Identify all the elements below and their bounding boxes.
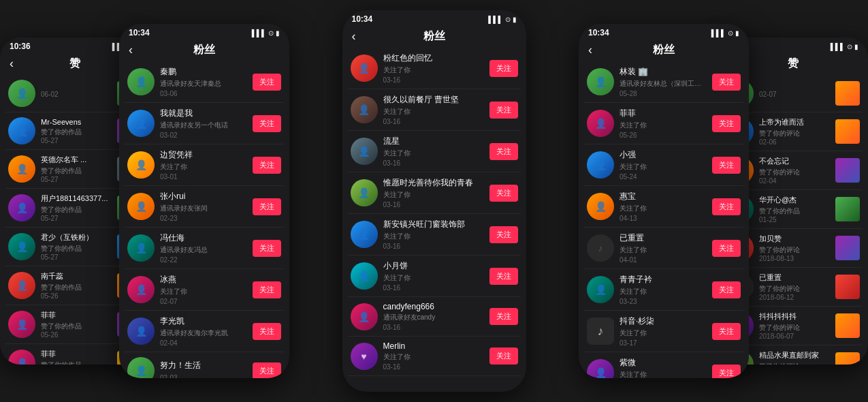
item-name: 青青子衿: [620, 274, 707, 285]
list-item: 👤 青青子衿 关注了你 03-23 关注: [584, 269, 743, 311]
item-name: 努力！生活: [160, 360, 247, 371]
avatar: 👤: [127, 110, 155, 137]
title: 粉丝: [193, 43, 215, 57]
item-sub: 通讯录好友candy: [383, 313, 484, 322]
list-item: 👤 粉红色的回忆 关注了你 03-16 关注: [348, 48, 521, 89]
item-info: 张小rui 通讯录好友张闰 02-23: [160, 191, 247, 222]
item-date: 03-16: [383, 243, 484, 250]
back-btn-left-far[interactable]: ‹: [10, 57, 14, 71]
item-date: 03-06: [160, 90, 247, 97]
item-name: 英德尔名车 ...: [41, 155, 112, 165]
item-info: 粉红色的回忆 关注了你 03-16: [383, 52, 484, 84]
avatar: 👤: [8, 155, 35, 183]
avatar: 👤: [587, 151, 614, 179]
item-sub: 通讯录好友另一个电话: [160, 121, 247, 130]
item-name: 小强: [620, 149, 707, 161]
battery-icon: ▮: [854, 43, 858, 50]
back-btn[interactable]: ‹: [352, 29, 356, 44]
list-item: 👤 小月饼 关注了你 03-16 关注: [348, 256, 521, 297]
follow-button[interactable]: 关注: [489, 268, 518, 285]
back-btn[interactable]: ‹: [588, 43, 592, 57]
avatar: 👤: [127, 193, 155, 220]
item-info: 冯仕海 通讯录好友冯总 02-22: [160, 232, 247, 264]
follow-button[interactable]: 关注: [253, 240, 281, 257]
item-date: 03-02: [160, 132, 247, 139]
item-date: 04-13: [620, 215, 707, 222]
item-date: 02-04: [759, 177, 830, 185]
thumb: [835, 275, 860, 299]
item-sub: 通讯录好友海尔李光凯: [160, 328, 247, 338]
avatar: 👤: [127, 151, 155, 179]
avatar: 👤: [587, 276, 614, 303]
item-info: 已重置 关注了你 04-01: [620, 232, 707, 264]
follow-button[interactable]: 关注: [489, 185, 518, 202]
item-name: 惠宝: [620, 191, 707, 202]
follow-button[interactable]: 关注: [712, 240, 741, 257]
item-name: 南千蕊: [41, 271, 112, 281]
item-date: 02-03: [160, 374, 247, 378]
follow-button[interactable]: 关注: [489, 143, 518, 160]
item-action: 赞了你的评论: [759, 245, 830, 255]
item-name: 抖抖抖抖抖: [759, 311, 830, 322]
list-item: 👤 紫微 关注了你 03-16 关注: [584, 352, 743, 378]
follow-button[interactable]: 关注: [712, 115, 741, 132]
follow-button[interactable]: 关注: [712, 323, 741, 340]
back-btn[interactable]: ‹: [129, 43, 133, 57]
follow-button[interactable]: 关注: [253, 115, 281, 132]
title-right-far: 赞: [788, 57, 799, 71]
item-info: 惟愿时光善待你我的青春 关注了你 03-16: [383, 177, 484, 208]
follow-button[interactable]: 关注: [712, 365, 741, 379]
follow-button[interactable]: 关注: [253, 323, 281, 340]
follow-button[interactable]: 关注: [253, 198, 281, 215]
avatar: 👤: [127, 234, 155, 262]
follow-button[interactable]: 关注: [489, 60, 518, 77]
follow-button[interactable]: 关注: [712, 157, 741, 174]
item-sub: 通讯录好友天津秦总: [160, 79, 247, 89]
item-date: 03-16: [383, 363, 484, 371]
follow-button[interactable]: 关注: [253, 157, 281, 174]
avatar: ♪: [587, 234, 614, 262]
thumb: [835, 119, 860, 144]
follow-button[interactable]: 关注: [489, 308, 518, 325]
follow-button[interactable]: 关注: [489, 347, 518, 365]
item-date: 02-04: [160, 339, 247, 347]
signal-icon: ▌▌▌: [831, 43, 845, 50]
item-date: 03-23: [620, 298, 707, 305]
follow-button[interactable]: 关注: [712, 74, 741, 91]
item-info: 精品水果直邮到家 赞了你的评论 2018-06-03: [759, 350, 830, 365]
list-item: 👤 边贸凭祥 关注了你 03-01 关注: [125, 144, 284, 186]
follow-button[interactable]: 关注: [253, 362, 281, 379]
follow-button[interactable]: 关注: [253, 74, 281, 91]
status-bar-center: 10:34 ▌▌▌ ⊙ ▮: [342, 10, 526, 25]
item-date: 05-24: [620, 173, 707, 181]
item-date: 05-26: [41, 331, 112, 339]
list-item: 👤 candyfeng666 通讯录好友candy 03-16 关注: [348, 297, 521, 337]
avatar: 👤: [127, 68, 155, 95]
item-date: 06-02: [41, 91, 112, 98]
avatar: 👤: [351, 221, 378, 248]
status-bar-left-mid: 10:34 ▌▌▌ ⊙ ▮: [119, 24, 289, 39]
item-action: 赞了你的作品: [41, 166, 112, 176]
follow-button[interactable]: 关注: [253, 281, 281, 298]
item-action: 赞了你的作品: [759, 206, 830, 216]
avatar: 👤: [8, 350, 35, 365]
item-name: 我就是我: [160, 108, 247, 119]
item-date: 01-25: [759, 216, 830, 223]
item-sub: 关注了你: [620, 162, 707, 172]
item-date: 02-23: [160, 215, 247, 222]
item-action: 赞了你的作品: [41, 205, 112, 215]
item-name: 惟愿时光善待你我的青春: [383, 177, 484, 189]
item-info: 用户18811463377... 赞了你的作品 05-27: [41, 194, 112, 222]
item-sub: 通讯录好友林总（深圳工商办理）: [620, 79, 707, 89]
item-name: 不会忘记: [759, 156, 830, 166]
item-name: 精品水果直邮到家: [759, 350, 830, 360]
list-item: 👤 流星 关注了你 03-16 关注: [348, 131, 521, 172]
follow-button[interactable]: 关注: [489, 102, 518, 119]
follow-button[interactable]: 关注: [712, 281, 741, 298]
follow-button[interactable]: 关注: [712, 198, 741, 215]
follow-button[interactable]: 关注: [489, 226, 518, 243]
avatar: 👤: [8, 80, 35, 107]
item-name: 华开心@杰: [759, 195, 830, 205]
thumb: [835, 352, 860, 365]
time-right-mid: 10:34: [588, 28, 609, 37]
